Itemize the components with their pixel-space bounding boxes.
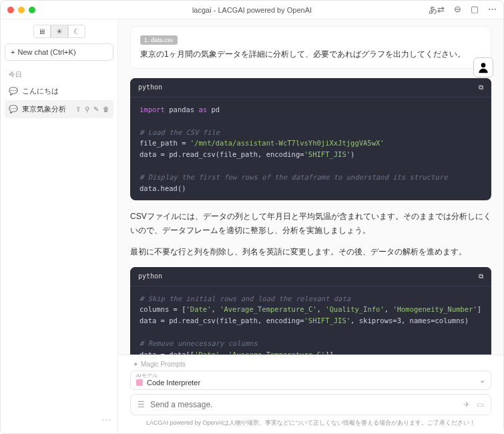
code-header: python ⧉ — [130, 78, 491, 97]
chat-icon: 💬 — [9, 105, 18, 114]
chat-item[interactable]: 💬 こんにちは — [5, 82, 113, 100]
magic-prompts-label: Magic Prompts — [141, 361, 186, 368]
screen-icon[interactable]: ▢ — [471, 4, 479, 16]
close-window-button[interactable] — [7, 7, 14, 13]
model-color-icon — [136, 379, 143, 386]
app-window: lacgai - LACGAI powered by OpenAI あ⇄ ⊖ ▢… — [0, 0, 504, 434]
main: 1. data.csv 東京の1ヶ月間の気象データを詳細に分析して、必要であれば… — [118, 19, 503, 433]
content: 🖥 ☀ ☾ + New chat (Ctrl+K) 今日 💬 こんにちは 💬 東… — [1, 19, 503, 433]
message-input[interactable] — [150, 400, 458, 409]
window-title: lacgai - LACGAI powered by OpenAI — [192, 6, 312, 14]
maximize-window-button[interactable] — [29, 7, 35, 13]
pin-icon[interactable]: ⚲ — [85, 105, 89, 113]
titlebar-actions: あ⇄ ⊖ ▢ ⋯ — [429, 4, 497, 16]
chat-item-label: 東京気象分析 — [22, 104, 66, 114]
conversation-scroll[interactable]: 1. data.csv 東京の1ヶ月間の気象データを詳細に分析して、必要であれば… — [118, 19, 503, 355]
plus-icon: + — [11, 48, 15, 56]
code-body: import pandas as pd # Load the CSV file … — [130, 97, 491, 200]
code-lang: python — [138, 271, 162, 282]
traffic-lights — [7, 7, 35, 13]
new-chat-button[interactable]: + New chat (Ctrl+K) — [5, 43, 113, 61]
model-selector[interactable]: AIモデル Code Interpreter ⌄ — [130, 371, 491, 390]
theme-dark-icon[interactable]: ☾ — [68, 25, 85, 38]
titlebar: lacgai - LACGAI powered by OpenAI あ⇄ ⊖ ▢… — [1, 1, 503, 19]
code-block: python ⧉ import pandas as pd # Load the … — [130, 78, 491, 200]
model-name: Code Interpreter — [147, 379, 200, 387]
zoom-icon[interactable]: ⊖ — [454, 4, 461, 16]
more-icon[interactable]: ⋯ — [488, 4, 497, 16]
user-message-text: 東京の1ヶ月間の気象データを詳細に分析して、必要であればグラフを出力してください… — [140, 49, 481, 60]
sidebar: 🖥 ☀ ☾ + New chat (Ctrl+K) 今日 💬 こんにちは 💬 東… — [1, 19, 118, 433]
theme-light-icon[interactable]: ☀ — [51, 25, 68, 38]
chat-item[interactable]: 💬 東京気象分析 ⇪ ⚲ ✎ 🗑 — [5, 100, 113, 118]
delete-icon[interactable]: 🗑 — [103, 105, 109, 113]
chat-item-actions: ⇪ ⚲ ✎ 🗑 — [75, 105, 109, 113]
code-header: python ⧉ — [130, 267, 491, 286]
composer-area: ✦ Magic Prompts AIモデル Code Interpreter ⌄… — [118, 355, 503, 433]
chevron-down-icon: ⌄ — [479, 376, 485, 385]
message-input-row: ☰ ✈ ▭ — [130, 394, 491, 415]
svg-point-0 — [481, 63, 486, 67]
file-attachment-badge[interactable]: 1. data.csv — [140, 35, 178, 45]
send-icon[interactable]: ✈ — [463, 400, 470, 409]
chat-item-label: こんにちは — [22, 86, 59, 96]
copy-icon[interactable]: ⧉ — [479, 82, 483, 93]
code-block: python ⧉ # Skip the initial rows and loa… — [130, 267, 491, 355]
copy-icon[interactable]: ⧉ — [479, 271, 483, 282]
disclaimer: LACGAI powered by OpenAIは人物や場所、事実などについて正… — [130, 415, 491, 429]
user-avatar — [473, 57, 493, 77]
chat-icon: 💬 — [9, 87, 18, 95]
section-today: 今日 — [5, 67, 113, 82]
theme-toggle: 🖥 ☀ ☾ — [5, 25, 113, 38]
assistant-text: 最初に不要な行と列を削除し、列名を英語に変更します。その後、データの解析を進めま… — [130, 245, 491, 258]
magic-prompts[interactable]: ✦ Magic Prompts — [130, 359, 491, 371]
model-label: AIモデル — [136, 372, 158, 379]
code-body: # Skip the initial rows and load the rel… — [130, 286, 491, 355]
sidebar-footer: ⋯ — [5, 412, 113, 428]
user-message: 1. data.csv 東京の1ヶ月間の気象データを詳細に分析して、必要であれば… — [130, 26, 491, 69]
mic-icon[interactable]: ▭ — [477, 400, 484, 409]
new-chat-label: New chat (Ctrl+K) — [17, 48, 75, 56]
edit-icon[interactable]: ✎ — [93, 105, 99, 113]
minimize-window-button[interactable] — [18, 7, 25, 13]
theme-system-icon[interactable]: 🖥 — [33, 25, 51, 38]
translate-icon[interactable]: あ⇄ — [429, 4, 445, 16]
sparkle-icon: ✦ — [133, 361, 138, 368]
code-lang: python — [138, 82, 162, 93]
share-icon[interactable]: ⇪ — [75, 105, 81, 113]
prompt-icon: ☰ — [138, 400, 145, 409]
assistant-text: CSVファイルには、データの列として年月日と平均気温が含まれています。そのままで… — [130, 210, 491, 237]
person-icon — [477, 61, 490, 74]
